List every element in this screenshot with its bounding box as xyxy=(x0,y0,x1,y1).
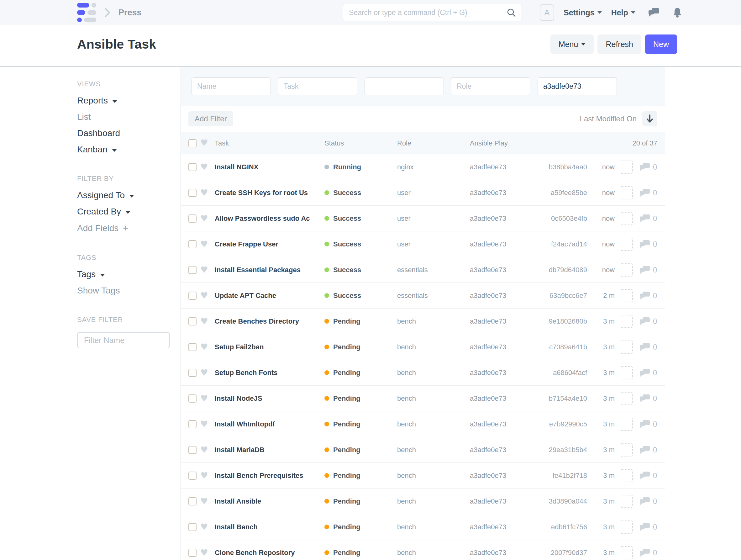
assign-button[interactable] xyxy=(620,392,633,405)
row-checkbox[interactable] xyxy=(188,317,197,325)
sort-direction-button[interactable] xyxy=(642,111,657,126)
table-row[interactable]: Install NGINX Running nginx a3adfe0e73 b… xyxy=(181,154,665,180)
row-checkbox[interactable] xyxy=(188,549,197,557)
task-link[interactable]: Install Ansible xyxy=(215,497,261,505)
search-input[interactable] xyxy=(349,8,507,17)
sidebar-item-kanban[interactable]: Kanban xyxy=(77,145,171,154)
assign-button[interactable] xyxy=(620,263,633,276)
table-row[interactable]: Create Benches Directory Pending bench a… xyxy=(181,309,665,334)
filter-input-play[interactable] xyxy=(538,77,617,95)
filter-input-name[interactable] xyxy=(192,77,271,95)
sidebar-item-reports[interactable]: Reports xyxy=(77,96,171,105)
sidebar-item-list[interactable]: List xyxy=(77,113,171,121)
task-link[interactable]: Update APT Cache xyxy=(215,292,276,300)
avatar[interactable]: A xyxy=(540,4,554,21)
notifications-button[interactable] xyxy=(672,7,682,18)
table-row[interactable]: Create SSH Keys for root Us Success user… xyxy=(181,180,665,206)
row-checkbox[interactable] xyxy=(188,369,197,377)
column-header-task[interactable]: Task xyxy=(215,139,324,147)
assign-button[interactable] xyxy=(620,161,633,174)
refresh-button[interactable]: Refresh xyxy=(597,35,641,54)
assign-button[interactable] xyxy=(620,238,633,251)
filter-input-task[interactable] xyxy=(278,77,357,95)
like-heart-icon[interactable] xyxy=(200,342,208,352)
table-row[interactable]: Clone Bench Repository Pending bench a3a… xyxy=(181,540,665,560)
task-link[interactable]: Install Essential Packages xyxy=(215,266,300,274)
assign-button[interactable] xyxy=(620,340,633,354)
sidebar-item-add-fields[interactable]: Add Fields + xyxy=(77,224,171,233)
table-row[interactable]: Install Whtmltopdf Pending bench a3adfe0… xyxy=(181,412,665,437)
row-checkbox[interactable] xyxy=(188,497,197,505)
task-link[interactable]: Create SSH Keys for root Us xyxy=(215,189,308,197)
table-row[interactable]: Allow Passwordless sudo Ac Success user … xyxy=(181,206,665,231)
like-heart-icon[interactable] xyxy=(200,239,208,249)
task-link[interactable]: Install Whtmltopdf xyxy=(215,420,275,428)
table-row[interactable]: Install Ansible Pending bench a3adfe0e73… xyxy=(181,489,665,514)
row-checkbox[interactable] xyxy=(188,292,197,300)
row-checkbox[interactable] xyxy=(188,266,197,274)
task-link[interactable]: Setup Fail2ban xyxy=(215,343,264,351)
filter-name-input[interactable] xyxy=(77,332,170,348)
row-checkbox[interactable] xyxy=(188,446,197,454)
row-checkbox[interactable] xyxy=(188,240,197,248)
assign-button[interactable] xyxy=(620,495,633,508)
task-link[interactable]: Clone Bench Repository xyxy=(215,549,295,557)
like-heart-icon[interactable] xyxy=(200,522,208,532)
like-heart-icon[interactable] xyxy=(200,393,208,403)
like-heart-icon[interactable] xyxy=(200,419,208,429)
like-heart-icon[interactable] xyxy=(200,265,208,275)
table-row[interactable]: Install Essential Packages Success essen… xyxy=(181,257,665,283)
task-link[interactable]: Create Benches Directory xyxy=(215,317,299,325)
like-heart-icon[interactable] xyxy=(200,496,208,506)
like-heart-icon[interactable] xyxy=(200,368,208,378)
row-checkbox[interactable] xyxy=(188,472,197,480)
row-checkbox[interactable] xyxy=(188,523,197,531)
table-row[interactable]: Install MariaDB Pending bench a3adfe0e73… xyxy=(181,437,665,463)
sidebar-item-dashboard[interactable]: Dashboard xyxy=(77,129,171,138)
assign-button[interactable] xyxy=(620,315,633,328)
settings-menu[interactable]: Settings xyxy=(563,8,602,17)
task-link[interactable]: Create Frappe User xyxy=(215,240,278,248)
add-filter-button[interactable]: Add Filter xyxy=(188,111,233,126)
row-checkbox[interactable] xyxy=(188,214,197,223)
task-link[interactable]: Install NodeJS xyxy=(215,394,262,402)
assign-button[interactable] xyxy=(620,469,633,482)
assign-button[interactable] xyxy=(620,212,633,225)
like-heart-icon[interactable] xyxy=(200,445,208,455)
like-heart-icon[interactable] xyxy=(200,290,208,301)
task-link[interactable]: Install Bench Prerequisites xyxy=(215,472,303,480)
task-link[interactable]: Install Bench xyxy=(215,523,258,531)
row-checkbox[interactable] xyxy=(188,420,197,428)
like-heart-icon[interactable] xyxy=(200,548,208,558)
filter-input-role[interactable] xyxy=(451,77,530,95)
column-header-role[interactable]: Role xyxy=(397,139,470,147)
assign-button[interactable] xyxy=(620,418,633,431)
sidebar-item-tags[interactable]: Tags xyxy=(77,270,171,279)
sidebar-item-assigned-to[interactable]: Assigned To xyxy=(77,191,171,200)
like-heart-icon[interactable] xyxy=(200,316,208,326)
table-row[interactable]: Setup Bench Fonts Pending bench a3adfe0e… xyxy=(181,360,665,386)
assign-button[interactable] xyxy=(620,289,633,302)
task-link[interactable]: Install MariaDB xyxy=(215,446,265,454)
assign-button[interactable] xyxy=(620,186,633,199)
task-link[interactable]: Install NGINX xyxy=(215,163,258,171)
new-button[interactable]: New xyxy=(645,35,677,54)
table-row[interactable]: Install Bench Pending bench a3adfe0e73 e… xyxy=(181,514,665,540)
sort-field-label[interactable]: Last Modified On xyxy=(580,114,636,123)
table-row[interactable]: Update APT Cache Success essentials a3ad… xyxy=(181,283,665,309)
table-row[interactable]: Create Frappe User Success user a3adfe0e… xyxy=(181,231,665,257)
row-checkbox[interactable] xyxy=(188,343,197,351)
table-row[interactable]: Setup Fail2ban Pending bench a3adfe0e73 … xyxy=(181,334,665,360)
filter-input-status[interactable] xyxy=(364,77,444,95)
column-header-status[interactable]: Status xyxy=(324,139,397,147)
row-checkbox[interactable] xyxy=(188,394,197,402)
task-link[interactable]: Setup Bench Fonts xyxy=(215,369,277,377)
menu-button[interactable]: Menu xyxy=(550,35,594,54)
sidebar-item-created-by[interactable]: Created By xyxy=(77,207,171,216)
assign-button[interactable] xyxy=(620,366,633,379)
table-row[interactable]: Install NodeJS Pending bench a3adfe0e73 … xyxy=(181,386,665,412)
assign-button[interactable] xyxy=(620,546,633,559)
task-link[interactable]: Allow Passwordless sudo Ac xyxy=(215,214,310,222)
search-icon[interactable] xyxy=(507,8,516,17)
heart-icon[interactable] xyxy=(200,138,208,148)
